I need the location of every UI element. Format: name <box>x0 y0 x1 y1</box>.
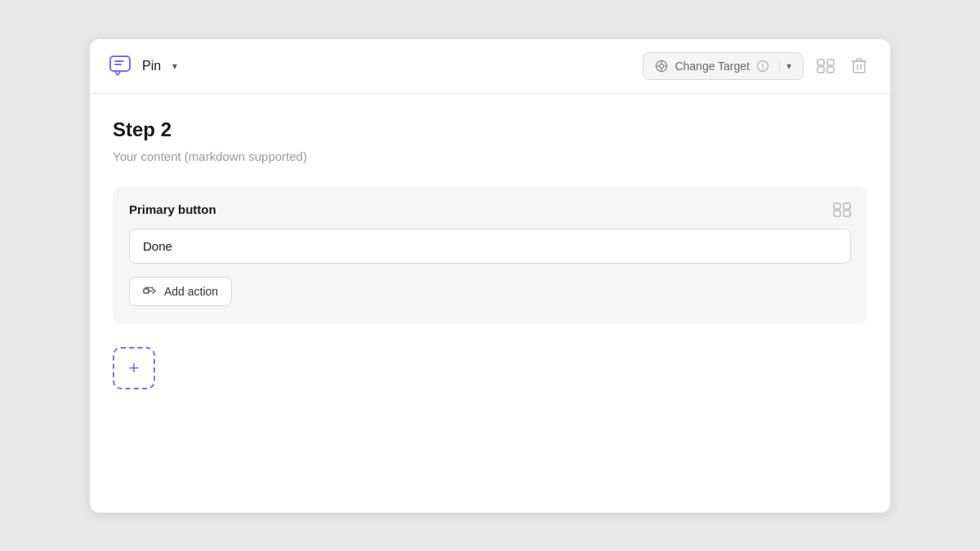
delete-button[interactable] <box>848 54 871 78</box>
change-target-button[interactable]: Change Target ▾ <box>643 52 804 80</box>
add-action-icon <box>143 285 158 298</box>
change-target-dropdown-arrow[interactable]: ▾ <box>779 60 791 72</box>
svg-rect-23 <box>144 289 149 293</box>
svg-rect-22 <box>844 211 850 216</box>
main-card: Pin ▾ Change Target <box>90 39 890 513</box>
card-body: Step 2 Your content (markdown supported)… <box>90 94 890 419</box>
add-action-label: Add action <box>164 285 218 298</box>
svg-rect-15 <box>827 67 834 73</box>
chevron-down-icon: ▾ <box>172 60 177 72</box>
header-left: Pin ▾ <box>109 56 180 77</box>
section-layout-button[interactable] <box>833 202 851 217</box>
svg-rect-20 <box>844 203 850 209</box>
add-step-icon: + <box>129 358 140 379</box>
header-right: Change Target ▾ <box>643 52 871 80</box>
layout-icon-button[interactable] <box>813 56 838 77</box>
step-subtitle: Your content (markdown supported) <box>113 149 867 163</box>
svg-rect-19 <box>834 203 840 209</box>
warning-icon <box>756 60 769 73</box>
primary-button-section: Primary button <box>113 186 867 324</box>
svg-rect-21 <box>834 211 840 216</box>
pin-dropdown-button[interactable]: ▾ <box>169 59 180 73</box>
svg-rect-12 <box>817 60 824 65</box>
step-title: Step 2 <box>113 118 867 141</box>
svg-rect-13 <box>827 60 834 65</box>
target-icon <box>655 60 668 73</box>
section-header: Primary button <box>129 202 851 217</box>
svg-rect-14 <box>817 67 824 73</box>
svg-point-4 <box>660 64 664 68</box>
card-header: Pin ▾ Change Target <box>90 39 890 94</box>
pin-icon <box>109 56 134 77</box>
pin-label: Pin <box>142 59 161 73</box>
button-label-input[interactable] <box>129 229 851 264</box>
section-title: Primary button <box>129 202 216 216</box>
svg-point-11 <box>762 68 764 69</box>
svg-rect-16 <box>853 61 865 73</box>
add-step-button[interactable]: + <box>113 347 155 389</box>
add-action-button[interactable]: Add action <box>129 277 232 306</box>
change-target-label: Change Target <box>675 60 750 73</box>
